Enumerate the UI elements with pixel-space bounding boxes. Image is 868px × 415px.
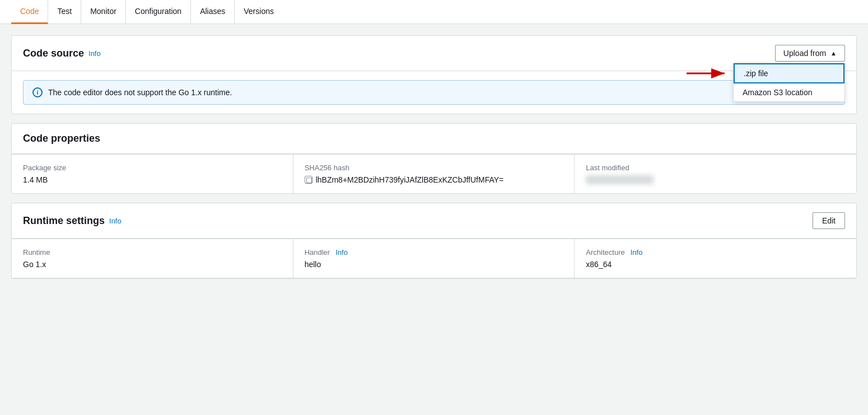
copy-icon[interactable] [305, 176, 312, 184]
handler-label: Handler [305, 248, 330, 257]
runtime-settings-header: Runtime settings Info Edit [12, 203, 856, 239]
architecture-label-group: Architecture Info [586, 248, 845, 257]
package-size-value: 1.4 MB [23, 175, 282, 184]
handler-value: hello [305, 260, 563, 269]
architecture-label: Architecture [586, 248, 624, 257]
package-size-label: Package size [23, 164, 282, 172]
last-modified-label: Last modified [586, 164, 845, 172]
sha256-label: SHA256 hash [305, 164, 563, 172]
handler-cell: Handler Info hello [293, 239, 575, 278]
tab-versions[interactable]: Versions [235, 0, 283, 24]
sha256-hash-text: lhBZm8+M2BDzihH739fyiJAfZlB8ExKZCbJffUfM… [316, 175, 504, 184]
code-source-card: Code source Info Upload from ▲ .zip file [11, 35, 857, 114]
runtime-settings-title-group: Runtime settings Info [23, 215, 122, 227]
runtime-settings-card: Runtime settings Info Edit Runtime Go 1.… [11, 203, 857, 279]
handler-label-group: Handler Info [305, 248, 563, 257]
dropdown-item-zip[interactable]: .zip file [734, 63, 844, 83]
red-arrow-annotation [687, 66, 731, 81]
runtime-settings-title: Runtime settings [23, 215, 105, 227]
architecture-cell: Architecture Info x86_64 [575, 239, 856, 278]
code-source-title-group: Code source Info [23, 48, 101, 59]
properties-table: Package size 1.4 MB SHA256 hash lhBZm8+M… [12, 154, 856, 193]
upload-from-arrow-icon: ▲ [830, 50, 837, 57]
last-modified-blurred-text [586, 175, 654, 184]
runtime-settings-edit-button[interactable]: Edit [813, 212, 845, 229]
code-source-title: Code source [23, 48, 84, 59]
code-source-header: Code source Info Upload from ▲ .zip file [12, 36, 856, 71]
zip-file-item-container: .zip file [734, 63, 844, 83]
notice-info-icon: i [32, 87, 43, 97]
runtime-settings-info-link[interactable]: Info [109, 217, 122, 225]
last-modified-value [586, 175, 845, 184]
tab-monitor[interactable]: Monitor [81, 0, 126, 24]
runtime-value: Go 1.x [23, 260, 282, 269]
architecture-value: x86_64 [586, 260, 845, 269]
sha256-cell: SHA256 hash lhBZm8+M2BDzihH739fyiJAfZlB8… [293, 155, 575, 193]
architecture-info-link[interactable]: Info [631, 248, 643, 257]
upload-dropdown-menu: .zip file Amazon S3 location [733, 63, 845, 102]
tabs-bar: Code Test Monitor Configuration Aliases … [0, 0, 868, 24]
notice-text: The code editor does not support the Go … [48, 88, 232, 97]
runtime-table: Runtime Go 1.x Handler Info hello Archit… [12, 239, 856, 278]
last-modified-cell: Last modified [575, 155, 856, 193]
tab-test[interactable]: Test [48, 0, 81, 24]
code-properties-title: Code properties [23, 133, 100, 144]
tab-configuration[interactable]: Configuration [126, 0, 191, 24]
package-size-cell: Package size 1.4 MB [12, 155, 293, 193]
tab-aliases[interactable]: Aliases [191, 0, 235, 24]
runtime-label: Runtime [23, 248, 282, 257]
runtime-cell: Runtime Go 1.x [12, 239, 293, 278]
tab-code[interactable]: Code [11, 0, 48, 24]
code-properties-header: Code properties [12, 124, 856, 154]
upload-dropdown-wrapper: Upload from ▲ .zip file [775, 45, 845, 62]
sha256-value: lhBZm8+M2BDzihH739fyiJAfZlB8ExKZCbJffUfM… [305, 175, 563, 184]
code-properties-card: Code properties Package size 1.4 MB SHA2… [11, 123, 857, 194]
upload-from-button[interactable]: Upload from ▲ [775, 45, 845, 62]
code-editor-notice: i The code editor does not support the G… [23, 80, 845, 105]
dropdown-item-s3[interactable]: Amazon S3 location [734, 83, 844, 101]
handler-info-link[interactable]: Info [335, 248, 348, 257]
code-source-info-link[interactable]: Info [88, 49, 101, 58]
upload-from-label: Upload from [783, 49, 826, 58]
page-content: Code source Info Upload from ▲ .zip file [0, 24, 868, 290]
